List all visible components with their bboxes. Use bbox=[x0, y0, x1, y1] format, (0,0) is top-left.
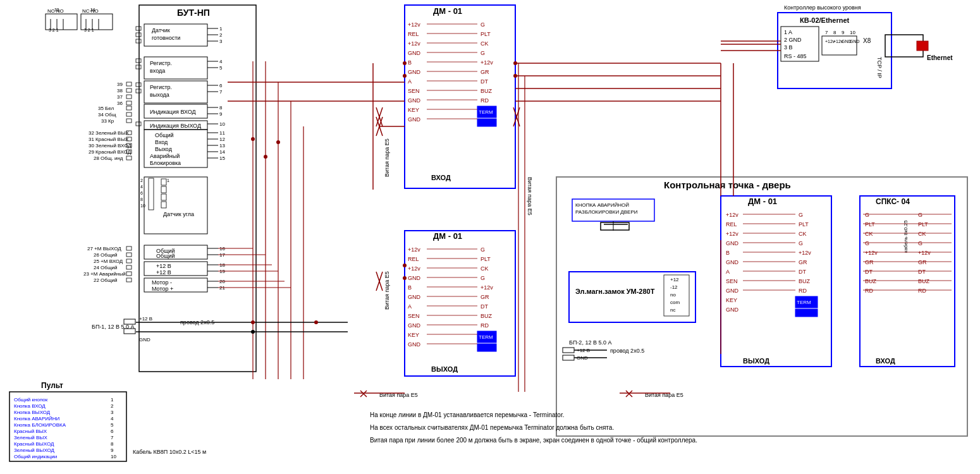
wiring-diagram: БУТ-НП Датчик готовности 1 2 3 NC NO NC … bbox=[0, 0, 980, 474]
svg-text:Общий: Общий bbox=[156, 253, 175, 259]
svg-text:10: 10 bbox=[111, 454, 116, 459]
svg-text:1: 1 bbox=[111, 397, 114, 403]
svg-text:15: 15 bbox=[219, 155, 225, 161]
svg-text:Индикация ВХОД: Индикация ВХОД bbox=[150, 109, 196, 115]
svg-point-411 bbox=[513, 61, 517, 65]
svg-text:Зеленый ВЫХОД: Зеленый ВЫХОД bbox=[14, 447, 55, 453]
svg-text:SEN: SEN bbox=[726, 278, 738, 284]
svg-text:Контроллер высокого уровня: Контроллер высокого уровня bbox=[784, 4, 861, 11]
svg-point-413 bbox=[403, 264, 407, 267]
svg-text:Вход: Вход bbox=[155, 139, 168, 145]
svg-text:CK: CK bbox=[918, 231, 926, 237]
svg-text:5: 5 bbox=[219, 65, 223, 71]
svg-text:GND: GND bbox=[408, 275, 421, 281]
svg-text:32 Зеленый ВЫХ: 32 Зеленый ВЫХ bbox=[89, 130, 130, 136]
svg-text:+12v: +12v bbox=[408, 246, 420, 253]
svg-point-412 bbox=[513, 74, 517, 78]
svg-text:Ethernet: Ethernet bbox=[927, 54, 953, 61]
svg-text:2: 2 bbox=[140, 178, 143, 183]
svg-rect-199 bbox=[477, 119, 496, 126]
svg-text:GR: GR bbox=[481, 69, 489, 75]
svg-text:SEN: SEN bbox=[408, 313, 420, 319]
svg-point-363 bbox=[251, 330, 255, 334]
svg-text:TCP / IP: TCP / IP bbox=[876, 57, 883, 78]
svg-text:входа: входа bbox=[150, 68, 165, 74]
svg-text:29 Красный ВХОД: 29 Красный ВХОД bbox=[89, 149, 132, 155]
svg-text:3 2 1: 3 2 1 bbox=[49, 28, 59, 32]
svg-text:9: 9 bbox=[842, 30, 845, 35]
svg-text:10: 10 bbox=[219, 121, 225, 127]
svg-text:+12v: +12v bbox=[865, 250, 878, 256]
svg-text:ВЫХОД: ВЫХОД bbox=[431, 365, 458, 373]
svg-text:Красный ВЫХ: Красный ВЫХ bbox=[14, 428, 47, 434]
svg-text:Витая пара  Е5: Витая пара Е5 bbox=[384, 138, 390, 177]
svg-text:+12v: +12v bbox=[481, 284, 493, 291]
svg-text:CK: CK bbox=[865, 231, 873, 237]
svg-text:A: A bbox=[408, 78, 412, 85]
svg-text:Аварийный: Аварийный bbox=[150, 153, 180, 159]
svg-text:nc: nc bbox=[670, 307, 675, 313]
svg-text:провод 2х0.5: провод 2х0.5 bbox=[610, 348, 644, 354]
svg-text:G: G bbox=[481, 246, 485, 253]
svg-text:3  B: 3 B bbox=[784, 44, 793, 51]
svg-text:com: com bbox=[670, 300, 680, 305]
svg-text:Зеленый ВЫХ: Зеленый ВЫХ bbox=[14, 435, 47, 441]
svg-text:no: no bbox=[670, 292, 676, 298]
svg-text:PLT: PLT bbox=[481, 31, 491, 37]
svg-rect-254 bbox=[917, 41, 928, 51]
svg-text:+12 В: +12 В bbox=[139, 316, 152, 322]
svg-point-410 bbox=[403, 74, 407, 78]
svg-text:Регистр.: Регистр. bbox=[150, 60, 172, 66]
svg-text:CK: CK bbox=[481, 40, 489, 47]
svg-text:На конце линии в ДМ-01 устанав: На конце линии в ДМ-01 устанавливается п… bbox=[370, 411, 564, 418]
svg-text:SEN: SEN bbox=[408, 88, 420, 94]
svg-text:ДМ - 01: ДМ - 01 bbox=[433, 231, 462, 241]
svg-text:35 Бел: 35 Бел bbox=[98, 106, 114, 111]
svg-text:G: G bbox=[799, 240, 803, 246]
svg-text:DT: DT bbox=[481, 303, 488, 310]
svg-text:27 +М ВЫХОД: 27 +М ВЫХОД bbox=[87, 246, 121, 252]
svg-text:34 Общ: 34 Общ bbox=[98, 112, 116, 118]
svg-text:A: A bbox=[726, 269, 730, 275]
svg-text:12: 12 bbox=[219, 137, 225, 142]
svg-text:BUZ: BUZ bbox=[799, 278, 811, 284]
svg-text:кабель 8к0.25: кабель 8к0.25 bbox=[903, 220, 909, 253]
svg-text:TERM: TERM bbox=[479, 334, 493, 340]
svg-text:+12v: +12v bbox=[408, 265, 420, 272]
svg-text:Кнопка АВАРИЙНИ: Кнопка АВАРИЙНИ bbox=[14, 416, 60, 422]
svg-point-414 bbox=[403, 276, 407, 280]
svg-text:9: 9 bbox=[219, 111, 223, 117]
svg-text:BUZ: BUZ bbox=[865, 278, 877, 284]
svg-point-409 bbox=[403, 61, 407, 65]
svg-text:PLT: PLT bbox=[799, 221, 809, 228]
svg-text:Кнопка БЛОКИРОВКА: Кнопка БЛОКИРОВКА bbox=[14, 422, 66, 428]
svg-text:33 Кр: 33 Кр bbox=[101, 118, 114, 124]
svg-text:КВ-02/Ethernet: КВ-02/Ethernet bbox=[800, 16, 850, 24]
svg-text:2: 2 bbox=[111, 403, 114, 409]
svg-text:9: 9 bbox=[111, 447, 114, 453]
svg-text:готовности: готовности bbox=[152, 35, 180, 41]
svg-text:+12 В: +12 В bbox=[156, 269, 171, 276]
svg-text:3 2 1: 3 2 1 bbox=[84, 28, 94, 32]
svg-text:GND: GND bbox=[726, 259, 739, 265]
svg-text:Общий кнопок: Общий кнопок bbox=[14, 397, 48, 403]
svg-text:1: 1 bbox=[219, 26, 223, 32]
svg-text:10: 10 bbox=[850, 30, 855, 35]
svg-text:+12v: +12v bbox=[481, 59, 493, 66]
svg-text:TERM: TERM bbox=[479, 109, 493, 115]
svg-text:2: 2 bbox=[219, 32, 223, 38]
svg-text:+12 В: +12 В bbox=[156, 263, 171, 269]
svg-text:GND: GND bbox=[139, 337, 150, 343]
svg-text:GND: GND bbox=[850, 39, 860, 44]
svg-text:36: 36 bbox=[117, 100, 123, 106]
svg-text:RD: RD bbox=[481, 97, 489, 104]
svg-text:BUZ: BUZ bbox=[918, 278, 930, 284]
svg-text:DT: DT bbox=[481, 78, 488, 85]
svg-text:J4: J4 bbox=[90, 7, 95, 13]
svg-text:6: 6 bbox=[140, 191, 143, 195]
svg-text:Пульт: Пульт bbox=[41, 381, 63, 390]
svg-text:+12v: +12v bbox=[726, 231, 738, 237]
svg-text:GND: GND bbox=[726, 240, 739, 246]
svg-text:G: G bbox=[865, 240, 869, 246]
svg-text:28    Общ. инд: 28 Общ. инд bbox=[94, 155, 123, 161]
